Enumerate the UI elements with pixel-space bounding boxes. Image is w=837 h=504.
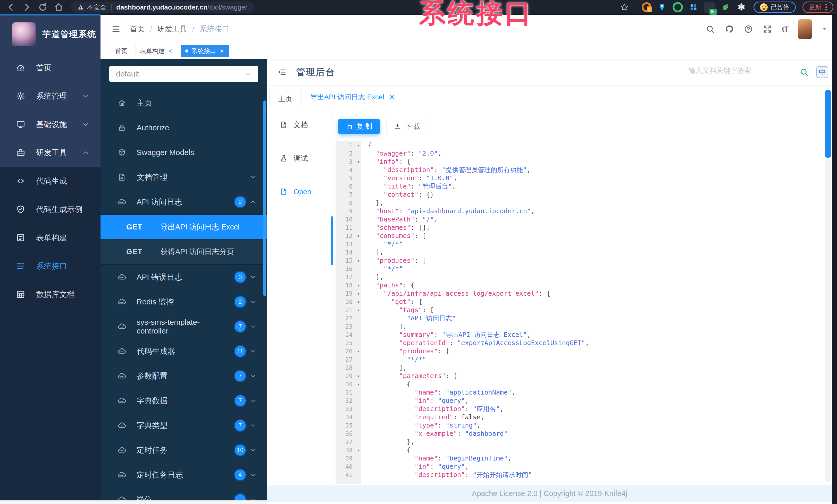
vertical-scrollbar-thumb[interactable] — [825, 90, 831, 158]
breadcrumb-item: 系统接口 — [199, 24, 229, 34]
tag-view-首页[interactable]: 首页 — [111, 45, 132, 57]
swagger-menu-item-主页[interactable]: 主页 — [101, 91, 267, 115]
fold-arrow-icon[interactable]: ▾ — [357, 281, 360, 290]
swagger-menu-item-API 访问日志[interactable]: API 访问日志2 — [101, 189, 267, 214]
sidebar-item-首页[interactable]: 首页 — [0, 54, 101, 82]
tag-view-表单构建[interactable]: 表单构建 — [136, 45, 177, 57]
code-line: "tags": [ — [362, 306, 823, 314]
doc-tab-导出API 访问日志 Excel[interactable]: 导出API 访问日志 Excel — [301, 86, 404, 108]
extension-icon-grid[interactable] — [688, 2, 699, 13]
swagger-menu-item-文档管理[interactable]: 文档管理 — [101, 165, 267, 189]
pin-icon — [658, 3, 666, 12]
swagger-menu-item-定时任务[interactable]: 定时任务10 — [101, 438, 267, 463]
rail-item-文档[interactable]: 文档 — [267, 108, 332, 142]
extension-icon-orange[interactable]: 1 — [642, 2, 652, 12]
swagger-menu-item-Redis 监控[interactable]: Redis 监控2 — [101, 290, 267, 314]
fold-arrow-icon[interactable]: ▾ — [357, 290, 360, 298]
vertical-scrollbar-track[interactable] — [825, 159, 831, 482]
code-line: { — [362, 380, 823, 388]
swagger-menu-item-参数配置[interactable]: 参数配置7 — [101, 363, 267, 388]
operation-获得API 访问日志分页[interactable]: GET获得API 访问日志分页 — [101, 240, 267, 264]
sidebar-subitem-系统接口[interactable]: 系统接口 — [0, 252, 101, 280]
extension-icon-pin[interactable] — [657, 2, 667, 13]
copy-button[interactable]: 复 制 — [338, 119, 380, 134]
rail-item-调试[interactable]: 调试 — [267, 142, 332, 175]
fold-arrow-icon[interactable]: ▾ — [357, 347, 360, 355]
extension-icon-flower[interactable]: ✽ — [736, 2, 747, 13]
bookmark-star-icon[interactable] — [620, 3, 629, 12]
menu-item-meta — [235, 494, 256, 500]
search-icon[interactable] — [706, 24, 715, 34]
swagger-menu-item-字典类型[interactable]: 字典类型7 — [101, 413, 267, 438]
swagger-menu-item-sys-sms-template-controller[interactable]: sys-sms-template-controller7 — [101, 314, 267, 339]
kebab-menu-icon[interactable] — [825, 4, 827, 11]
swagger-menu-item-代码生成器[interactable]: 代码生成器11 — [101, 339, 267, 363]
api-cloud-icon — [118, 470, 126, 479]
doc-tab-主页[interactable]: 主页 — [269, 90, 301, 108]
breadcrumb-item[interactable]: 首页 — [130, 24, 145, 34]
line-number: 1▾ — [336, 141, 361, 149]
fold-arrow-icon[interactable]: ▾ — [357, 446, 360, 454]
line-number: 39 — [336, 454, 361, 463]
sidebar-subitem-代码生成示例[interactable]: 代码生成示例 — [0, 195, 101, 224]
code-line: "name": "applicationName", — [362, 388, 823, 397]
help-icon[interactable] — [744, 24, 753, 34]
close-icon[interactable] — [219, 49, 225, 54]
sidebar-item-研发工具[interactable]: 研发工具 — [0, 138, 101, 167]
font-size-icon[interactable]: tT — [782, 25, 788, 34]
code-line: "host": "api-dashboard.yudao.iocoder.cn"… — [362, 207, 823, 215]
breadcrumb-item[interactable]: 研发工具 — [157, 24, 187, 34]
fold-arrow-icon[interactable]: ▾ — [357, 298, 360, 306]
fold-arrow-icon[interactable]: ▾ — [357, 257, 360, 265]
doc-search-input[interactable]: 输入文档关键字搜索 — [689, 66, 791, 78]
chevron-down-icon[interactable] — [821, 26, 828, 32]
update-browser-button[interactable]: 更新 — [802, 2, 833, 13]
language-toggle[interactable]: 中 — [816, 66, 828, 78]
swagger-menu-item-字典数据[interactable]: 字典数据7 — [101, 388, 267, 413]
fold-arrow-icon[interactable]: ▾ — [357, 372, 360, 380]
swagger-menu-item-Authorize[interactable]: Authorize — [101, 115, 267, 140]
github-icon[interactable] — [725, 24, 734, 34]
avatar[interactable] — [798, 19, 812, 39]
tag-view-系统接口[interactable]: 系统接口 — [181, 45, 229, 57]
fold-arrow-icon[interactable]: ▾ — [357, 380, 360, 388]
code-line: "required": false, — [362, 413, 823, 421]
browser-forward-icon[interactable] — [22, 2, 32, 12]
close-icon[interactable] — [168, 49, 173, 54]
group-select[interactable]: default — [109, 66, 258, 82]
sidebar-item-基础设施[interactable]: 基础设施 — [0, 110, 101, 138]
fold-arrow-icon[interactable]: ▾ — [357, 157, 360, 166]
json-editor[interactable]: 1▾23▾456789101112▾131415▾161718▾19▾20▾21… — [336, 141, 823, 484]
close-icon[interactable] — [389, 94, 395, 100]
browser-back-icon[interactable] — [6, 2, 16, 12]
swagger-menu-item-API 错误日志[interactable]: API 错误日志3 — [101, 265, 267, 290]
doc-search-icon[interactable] — [799, 68, 809, 77]
address-bar[interactable]: 不安全 dashboard.yudao.iocoder.cn /tool/swa… — [71, 2, 254, 13]
rail-item-Open[interactable]: Open — [267, 175, 332, 209]
browser-reload-icon[interactable] — [38, 2, 48, 12]
sidebar-subitem-代码生成[interactable]: 代码生成 — [0, 167, 101, 195]
hamburger-icon[interactable] — [111, 24, 121, 34]
collapse-menu-icon[interactable] — [278, 68, 286, 76]
fold-arrow-icon[interactable]: ▾ — [357, 141, 360, 149]
paused-extension-button[interactable]: 已暂停 — [753, 2, 796, 13]
extension-icon-dark[interactable]: 6n — [704, 2, 715, 13]
fold-arrow-icon[interactable]: ▾ — [357, 232, 360, 240]
sidebar-item-系统管理[interactable]: 系统管理 — [0, 82, 101, 110]
fold-arrow-icon[interactable]: ▾ — [357, 306, 360, 314]
swagger-menu-item-Swagger Models[interactable]: Swagger Models — [101, 140, 267, 165]
extension-icon-green-ring[interactable] — [673, 2, 683, 12]
swagger-menu-item-定时任务日志[interactable]: 定时任务日志4 — [101, 463, 267, 487]
sidebar-subitem-表单构建[interactable]: 表单构建 — [0, 224, 101, 252]
debug-icon — [280, 154, 288, 163]
operation-导出API 访问日志 Excel[interactable]: GET导出API 访问日志 Excel — [101, 215, 267, 240]
swagger-menu-item-岗位[interactable]: 岗位 — [101, 487, 267, 500]
sidebar-subitem-数据库文档[interactable]: 数据库文档 — [0, 280, 101, 309]
download-button[interactable]: 下 载 — [387, 119, 428, 134]
swagger-menu-scrollbar[interactable] — [263, 100, 266, 296]
browser-home-icon[interactable] — [54, 2, 64, 12]
app-logo-row[interactable]: 芋道管理系统 — [0, 15, 101, 54]
fullscreen-icon[interactable] — [763, 24, 772, 34]
extension-icon-leaf[interactable] — [720, 2, 731, 13]
topbar-actions: tT — [706, 19, 828, 39]
